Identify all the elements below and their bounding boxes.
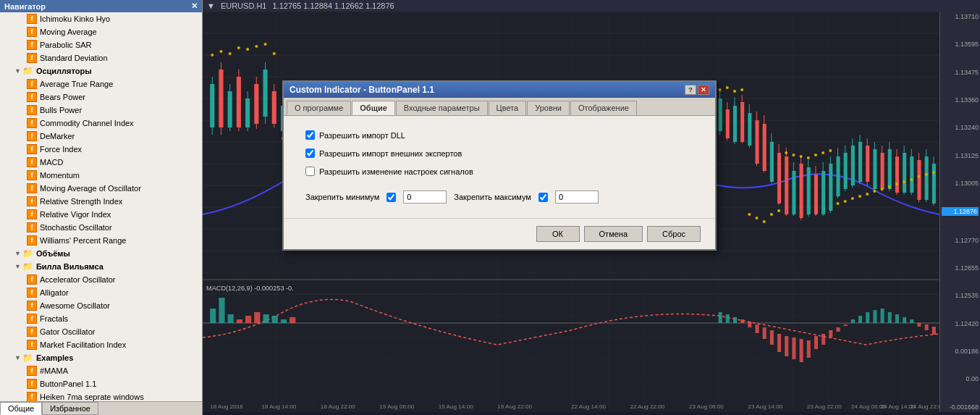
indicator-label: DeMarker (40, 132, 75, 141)
folder-label: Осцилляторы (36, 67, 92, 75)
indicator-label: Standard Deviation (40, 54, 108, 62)
nav-item-rvi[interactable]: f Relative Vigor Index (0, 208, 202, 221)
nav-item-parabolic-sar[interactable]: f Parabolic SAR (0, 38, 202, 51)
indicator-label: Average True Range (40, 80, 113, 88)
tab-general[interactable]: Общие (352, 101, 395, 115)
nav-item-bears-power[interactable]: f Bears Power (0, 91, 202, 104)
f-icon: f (27, 301, 37, 311)
nav-item-average-true-range[interactable]: f Average True Range (0, 77, 202, 91)
f-icon: f (27, 14, 37, 24)
nav-item-gator[interactable]: f Gator Oscillator (0, 325, 202, 338)
indicator-icon: f (26, 196, 38, 207)
tab-colors[interactable]: Цвета (489, 101, 527, 115)
indicator-label: Ichimoku Kinko Hyo (40, 14, 110, 23)
nav-item-awesome[interactable]: f Awesome Oscillator (0, 299, 202, 312)
tab-levels[interactable]: Уровни (527, 101, 570, 115)
nav-item-examples[interactable]: ▼ 📁 Examples (0, 351, 202, 364)
expand-icon: ▼ (14, 67, 21, 75)
f-icon: f (27, 222, 37, 232)
f-icon: f (27, 53, 37, 63)
indicator-icon: f (26, 222, 38, 233)
expand-icon: ▼ (14, 250, 21, 257)
allow-dll-checkbox[interactable] (305, 130, 315, 140)
lock-max-input[interactable] (555, 190, 599, 204)
lock-min-checkbox[interactable] (386, 193, 396, 202)
indicator-label: MACD (40, 158, 63, 167)
nav-item-mama[interactable]: f #MAMA (0, 364, 202, 377)
indicator-label: Commodity Channel Index (40, 119, 134, 127)
indicator-icon: f (26, 183, 38, 194)
indicator-icon: f (26, 52, 38, 64)
nav-item-accelerator[interactable]: f Accelerator Oscillator (0, 273, 202, 286)
indicator-label: Moving Average (40, 28, 97, 36)
nav-item-market-facilitation[interactable]: f Market Facilitation Index (0, 338, 202, 351)
indicator-label: Stochastic Oscillator (40, 223, 112, 232)
nav-item-force-index[interactable]: f Force Index (0, 143, 202, 156)
tab-about[interactable]: О программе (287, 101, 351, 115)
f-icon: f (27, 92, 37, 102)
f-icon: f (27, 366, 37, 376)
nav-item-fractals[interactable]: f Fractals (0, 312, 202, 325)
reset-button[interactable]: Сброс (647, 226, 701, 242)
nav-item-ichimoku[interactable]: f Ichimoku Kinko Hyo (0, 12, 202, 25)
nav-item-momentum[interactable]: f Momentum (0, 169, 202, 182)
cancel-button[interactable]: Отмена (584, 226, 643, 242)
nav-item-macd[interactable]: f MACD (0, 156, 202, 169)
nav-item-bulls-power[interactable]: f Bulls Power (0, 104, 202, 117)
tab-favorites[interactable]: Избранное (42, 402, 98, 415)
allow-experts-checkbox[interactable] (305, 148, 315, 158)
indicator-icon: f (26, 39, 38, 51)
f-icon: f (27, 118, 37, 128)
tab-display[interactable]: Отображение (570, 101, 637, 115)
nav-item-alligator[interactable]: f Alligator (0, 286, 202, 299)
navigator-tree: f Ichimoku Kinko Hyo f Moving Average f … (0, 12, 202, 401)
allow-experts-row: Разрешить импорт внешних экспертов (305, 148, 693, 158)
nav-item-demarker[interactable]: f DeMarker (0, 130, 202, 143)
dialog-close-button[interactable]: ✕ (698, 85, 709, 95)
nav-item-heiken[interactable]: f Heiken 7ma seprate windows (0, 390, 202, 401)
allow-signal-row: Разрешить изменение настроек сигналов (305, 167, 693, 176)
nav-item-rsi[interactable]: f Relative Strength Index (0, 195, 202, 208)
nav-item-buttonpanel[interactable]: f ButtonPanel 1.1 (0, 377, 202, 390)
indicator-icon: f (26, 26, 38, 38)
lock-min-input[interactable] (403, 190, 447, 204)
tab-general[interactable]: Общие (0, 402, 42, 415)
f-icon: f (27, 196, 37, 206)
nav-item-moving-average-oscillator[interactable]: f Moving Average of Oscillator (0, 182, 202, 195)
dialog-title: Custom Indicator - ButtonPanel 1.1 (290, 85, 434, 95)
folder-icon: 📁 (22, 65, 34, 77)
nav-item-oscillators[interactable]: ▼ 📁 Осцилляторы (0, 64, 202, 77)
nav-item-commodity-channel-index[interactable]: f Commodity Channel Index (0, 117, 202, 130)
chart-canvas[interactable]: 1.13710 1.13595 1.13475 1.13360 1.13240 … (203, 12, 980, 412)
navigator-close-button[interactable]: ✕ (191, 1, 198, 11)
navigator-header: Навигатор ✕ (0, 0, 202, 12)
nav-item-standard-deviation[interactable]: f Standard Deviation (0, 51, 202, 64)
lock-max-checkbox[interactable] (538, 193, 548, 202)
indicator-label: Fractals (40, 314, 68, 323)
f-icon: f (27, 392, 37, 401)
allow-signal-checkbox[interactable] (305, 167, 315, 176)
nav-item-stochastic[interactable]: f Stochastic Oscillator (0, 221, 202, 234)
dialog-help-button[interactable]: ? (685, 85, 696, 95)
nav-item-volumes[interactable]: ▼ 📁 Объёмы (0, 247, 202, 260)
indicator-icon: f (26, 78, 38, 90)
f-icon: f (27, 314, 37, 324)
allow-dll-label: Разрешить импорт DLL (319, 131, 405, 140)
folder-label: Билла Вильямса (36, 262, 104, 271)
lock-max-label: Закрепить максимум (454, 193, 531, 201)
tab-input-params[interactable]: Входные параметры (396, 101, 488, 115)
indicator-label: Parabolic SAR (40, 41, 92, 49)
ok-button[interactable]: ОК (536, 226, 580, 242)
f-icon: f (27, 379, 37, 389)
folder-label: Объёмы (36, 249, 70, 258)
indicator-icon: f (26, 104, 38, 116)
indicator-icon: f (26, 287, 38, 298)
f-icon: f (27, 183, 37, 193)
lock-row: Закрепить минимум Закрепить максимум (305, 190, 693, 204)
nav-item-williams[interactable]: f Williams' Percent Range (0, 234, 202, 247)
nav-item-moving-average[interactable]: f Moving Average (0, 25, 202, 38)
dialog-tabs: О программе Общие Входные параметры Цвет… (284, 98, 715, 116)
nav-item-williams-section[interactable]: ▼ 📁 Билла Вильямса (0, 260, 202, 273)
indicator-icon: f (26, 130, 38, 142)
indicator-icon: f (26, 13, 38, 25)
